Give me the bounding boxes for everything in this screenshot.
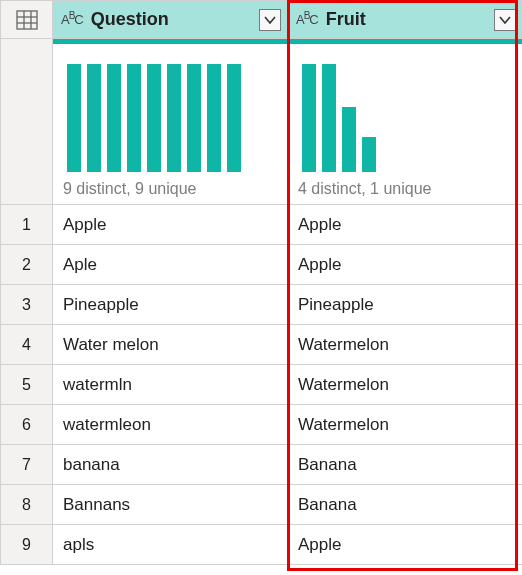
- column-header-fruit[interactable]: ABC Fruit: [288, 1, 523, 39]
- profile-caption: 9 distinct, 9 unique: [63, 178, 277, 198]
- distribution-bars: [63, 54, 277, 178]
- distribution-bar: [362, 137, 376, 172]
- cell-fruit[interactable]: Banana: [288, 485, 523, 525]
- table-row[interactable]: 5watermlnWatermelon: [1, 365, 523, 405]
- distribution-bar: [322, 64, 336, 172]
- row-number[interactable]: 7: [1, 445, 53, 485]
- row-number-blank: [1, 39, 53, 205]
- cell-fruit[interactable]: Apple: [288, 525, 523, 565]
- text-type-icon: ABC: [296, 12, 318, 27]
- svg-rect-0: [17, 11, 37, 29]
- cell-fruit[interactable]: Watermelon: [288, 365, 523, 405]
- cell-question[interactable]: watermleon: [53, 405, 288, 445]
- table-row[interactable]: 7bananaBanana: [1, 445, 523, 485]
- distribution-bar: [207, 64, 221, 172]
- distribution-bars: [298, 54, 512, 178]
- chevron-down-icon: [499, 15, 511, 25]
- profile-cell-question: 9 distinct, 9 unique: [53, 39, 288, 205]
- cell-fruit[interactable]: Apple: [288, 245, 523, 285]
- column-header-question[interactable]: ABC Question: [53, 1, 288, 39]
- distribution-bar: [67, 64, 81, 172]
- distribution-bar: [227, 64, 241, 172]
- cell-question[interactable]: Bannans: [53, 485, 288, 525]
- row-number[interactable]: 4: [1, 325, 53, 365]
- cell-question[interactable]: banana: [53, 445, 288, 485]
- distribution-bar: [87, 64, 101, 172]
- distribution-bar: [147, 64, 161, 172]
- row-number[interactable]: 5: [1, 365, 53, 405]
- column-filter-button[interactable]: [259, 9, 281, 31]
- distribution-bar: [127, 64, 141, 172]
- text-type-icon: ABC: [61, 12, 83, 27]
- data-table: ABC Question ABC Fruit: [0, 0, 522, 565]
- cell-question[interactable]: watermln: [53, 365, 288, 405]
- distribution-bar: [342, 107, 356, 172]
- table-row[interactable]: 8BannansBanana: [1, 485, 523, 525]
- cell-fruit[interactable]: Banana: [288, 445, 523, 485]
- distribution-bar: [187, 64, 201, 172]
- cell-fruit[interactable]: Pineapple: [288, 285, 523, 325]
- quality-bar: [53, 39, 287, 44]
- distribution-bar: [302, 64, 316, 172]
- table-row[interactable]: 2ApleApple: [1, 245, 523, 285]
- profile-caption: 4 distinct, 1 unique: [298, 178, 512, 198]
- table-row[interactable]: 3PineapplePineapple: [1, 285, 523, 325]
- cell-fruit[interactable]: Apple: [288, 205, 523, 245]
- column-filter-button[interactable]: [494, 9, 516, 31]
- cell-question[interactable]: Apple: [53, 205, 288, 245]
- table-corner-cell[interactable]: [1, 1, 53, 39]
- row-number[interactable]: 2: [1, 245, 53, 285]
- row-number[interactable]: 1: [1, 205, 53, 245]
- profile-cell-fruit: 4 distinct, 1 unique: [288, 39, 523, 205]
- cell-question[interactable]: Pineapple: [53, 285, 288, 325]
- cell-question[interactable]: Water melon: [53, 325, 288, 365]
- row-number[interactable]: 9: [1, 525, 53, 565]
- distribution-bar: [167, 64, 181, 172]
- table-row[interactable]: 9aplsApple: [1, 525, 523, 565]
- table-row[interactable]: 1AppleApple: [1, 205, 523, 245]
- column-title: Fruit: [324, 9, 488, 30]
- cell-fruit[interactable]: Watermelon: [288, 405, 523, 445]
- chevron-down-icon: [264, 15, 276, 25]
- cell-question[interactable]: Aple: [53, 245, 288, 285]
- column-profile-row: 9 distinct, 9 unique 4 distinct, 1 uniqu…: [1, 39, 523, 205]
- distribution-bar: [107, 64, 121, 172]
- header-row: ABC Question ABC Fruit: [1, 1, 523, 39]
- table-row[interactable]: 6watermleonWatermelon: [1, 405, 523, 445]
- quality-bar: [288, 39, 522, 44]
- cell-fruit[interactable]: Watermelon: [288, 325, 523, 365]
- column-title: Question: [89, 9, 253, 30]
- table-icon: [1, 1, 52, 38]
- row-number[interactable]: 8: [1, 485, 53, 525]
- cell-question[interactable]: apls: [53, 525, 288, 565]
- row-number[interactable]: 6: [1, 405, 53, 445]
- table-row[interactable]: 4Water melonWatermelon: [1, 325, 523, 365]
- row-number[interactable]: 3: [1, 285, 53, 325]
